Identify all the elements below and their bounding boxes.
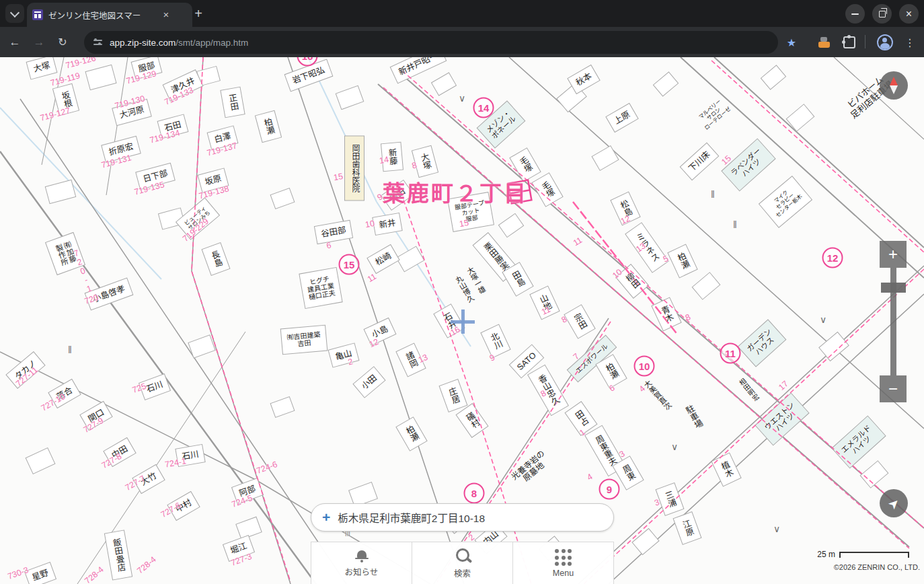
map-label: 江原 bbox=[680, 519, 695, 538]
map-label: 下川床 bbox=[687, 149, 711, 174]
map-label: 柏瀬 bbox=[603, 362, 620, 381]
map-label: 石川 bbox=[145, 379, 164, 394]
map-label: 田占 bbox=[572, 409, 590, 429]
map-label: ㈲吉田建築吉田 bbox=[286, 331, 321, 349]
map-lot-number: 728-4 bbox=[135, 554, 158, 575]
map-lot-number: 6 bbox=[607, 383, 616, 394]
new-tab-button[interactable]: + bbox=[190, 5, 207, 23]
map-label: エメラルドハイツ bbox=[839, 423, 878, 460]
map-lot-number: 13 bbox=[417, 353, 430, 365]
map-lot-number: 12 bbox=[368, 337, 381, 350]
map-label: 毛塚 bbox=[517, 155, 534, 175]
map-lot-number: 727-10 bbox=[40, 392, 67, 413]
map-lot-number: 8 bbox=[411, 160, 418, 170]
site-settings-icon[interactable] bbox=[93, 38, 103, 46]
map-lot-number: 11 bbox=[366, 272, 378, 285]
map-symbol: ∨ bbox=[459, 94, 465, 104]
map-circle-10: 10 bbox=[634, 356, 655, 377]
map-lot-number: 719-126 bbox=[65, 57, 97, 71]
map-lot-number: 727-6 bbox=[159, 501, 183, 519]
url-path: /smt/app/map.htm bbox=[176, 38, 248, 48]
tab-title: ゼンリン住宅地図スマー bbox=[48, 9, 156, 22]
map-lot-number: 730-3 bbox=[7, 565, 30, 581]
map-label: 青木 bbox=[658, 305, 675, 324]
browser-window: ゼンリン住宅地図スマー × + × ← → ↻ app.zip-site.com… bbox=[0, 0, 924, 584]
my-location-button[interactable]: ➤ bbox=[880, 489, 908, 517]
map-lot-number: 15 bbox=[459, 218, 469, 229]
map-lot-number: 8 bbox=[684, 312, 692, 323]
forward-button[interactable]: → bbox=[30, 33, 48, 52]
menu-item-menu[interactable]: Menu bbox=[512, 542, 613, 584]
toolbar-divider bbox=[865, 35, 865, 48]
map-label: 谷田部 bbox=[320, 225, 346, 239]
map-lot-number: 15 bbox=[720, 153, 733, 167]
map-label: 大塚 bbox=[418, 152, 432, 171]
map-lot-number: 3 bbox=[653, 497, 660, 508]
tab-zenrin[interactable]: ゼンリン住宅地図スマー × bbox=[27, 3, 192, 27]
map-label: 松崎 bbox=[374, 251, 393, 268]
map-circle-14: 14 bbox=[473, 98, 494, 118]
map-circle-16: 16 bbox=[297, 57, 318, 67]
browser-menu-icon[interactable]: ⋮ bbox=[901, 34, 919, 51]
map-symbol: ‖ bbox=[68, 345, 72, 356]
map-lot-number: 10 bbox=[364, 219, 375, 229]
map-circle-11: 11 bbox=[720, 343, 741, 364]
map-label: ヒグチ建具工業樋口正夫 bbox=[305, 275, 336, 301]
window-restore-button[interactable] bbox=[872, 4, 892, 24]
zoom-slider-handle[interactable] bbox=[881, 283, 906, 293]
tab-close-icon[interactable]: × bbox=[160, 9, 172, 21]
map-label: ウエストンハイツ bbox=[763, 400, 801, 437]
zoom-out-button[interactable]: − bbox=[880, 375, 907, 402]
map-lot-number: 6 bbox=[325, 241, 332, 251]
map-lot-number: 724-6 bbox=[256, 460, 279, 476]
map-circle-12: 12 bbox=[822, 248, 843, 268]
map-label: 長島 bbox=[208, 250, 223, 268]
map-label: 諸岡 bbox=[403, 351, 419, 370]
address-search-bar[interactable]: + 栃木県足利市葉鹿町2丁目10-18 bbox=[311, 503, 614, 532]
map-label: 柏瀬 bbox=[675, 252, 691, 271]
map-viewport[interactable]: 大塚服部津久井坂根大河原石田白澤折原宏日下部坂原正田柏瀬岩下昭弘岡田歯科医院新藤… bbox=[0, 57, 924, 584]
map-lot-number: 725 bbox=[131, 381, 147, 395]
window-minimize-button[interactable] bbox=[845, 4, 865, 24]
map-lot-number: 1 bbox=[578, 427, 587, 437]
bottom-menu: お知らせ 検索 Menu bbox=[311, 542, 614, 584]
map-label: 小田 bbox=[360, 373, 379, 392]
zoom-in-button[interactable]: + bbox=[880, 241, 907, 268]
bookmark-star-icon[interactable]: ★ bbox=[783, 34, 800, 51]
search-address-text: 栃木県足利市葉鹿町2丁目10-18 bbox=[338, 510, 485, 525]
map-label: 相田明宏 bbox=[737, 377, 761, 403]
location-arrow-icon: ➤ bbox=[884, 494, 903, 513]
menu-item-search[interactable]: 検索 bbox=[412, 542, 512, 584]
profile-avatar-icon[interactable] bbox=[876, 34, 894, 51]
url-domain: app.zip-site.com bbox=[110, 38, 176, 48]
map-label: 星野 bbox=[31, 568, 50, 583]
map-lot-number: 724-5 bbox=[231, 493, 254, 509]
map-lot-number: 2 bbox=[347, 357, 354, 367]
map-label: 飯田畳店 bbox=[111, 538, 126, 573]
window-close-button[interactable]: × bbox=[899, 4, 919, 24]
map-lot-number: 719-137 bbox=[206, 141, 238, 157]
map-label: マイクセラピーセンター栃木 bbox=[767, 184, 804, 219]
map-label: 庄居 bbox=[446, 386, 461, 405]
extension-robot-icon[interactable] bbox=[815, 34, 833, 51]
grid-menu-icon bbox=[555, 549, 572, 566]
map-lot-number: 719-119 bbox=[49, 71, 81, 87]
map-lot-number: 724-1 bbox=[164, 456, 187, 469]
extensions-puzzle-icon[interactable] bbox=[841, 34, 858, 51]
map-circle-8: 8 bbox=[464, 483, 485, 504]
map-label: ラベンダーハイツ bbox=[729, 146, 767, 183]
map-label: 三浦 bbox=[662, 490, 677, 509]
map-lot-number: 10 bbox=[611, 267, 624, 281]
reload-button[interactable]: ↻ bbox=[53, 33, 72, 52]
chevron-down-icon bbox=[10, 7, 20, 17]
compass-button[interactable] bbox=[880, 71, 908, 100]
map-label: 新井 bbox=[378, 218, 396, 230]
map-lot-number: 11 bbox=[572, 235, 584, 248]
map-label: 柏瀬 bbox=[403, 425, 420, 444]
address-bar[interactable]: app.zip-site.com/smt/app/map.htm bbox=[84, 31, 778, 54]
map-lot-number: 7 bbox=[572, 351, 582, 361]
tab-search-button[interactable] bbox=[5, 4, 24, 23]
back-button[interactable]: ← bbox=[5, 33, 24, 52]
menu-item-notifications[interactable]: お知らせ bbox=[311, 542, 412, 584]
map-label: ガーデンハウス bbox=[745, 327, 778, 359]
